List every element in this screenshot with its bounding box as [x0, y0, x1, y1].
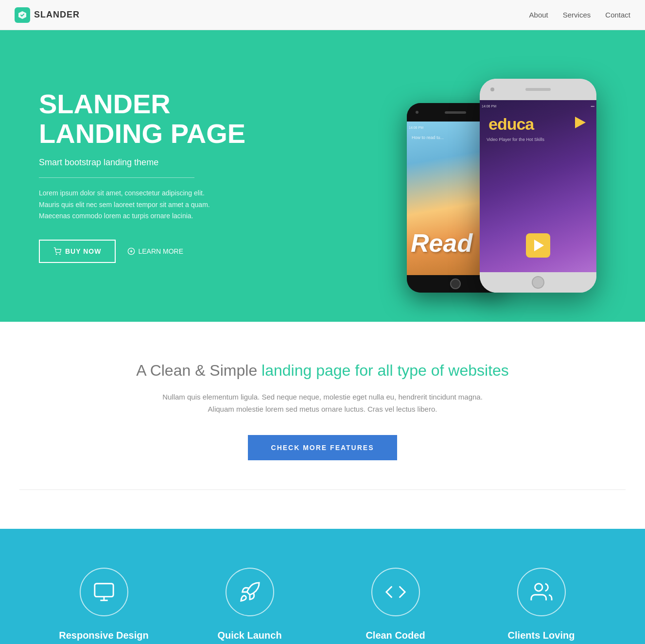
buy-now-button[interactable]: BUY NOW [39, 240, 116, 263]
feature-title-clients: Clients Loving [478, 630, 605, 641]
phone-white: 14:06 PM ▪▪▪ educa Video Player for the … [480, 79, 596, 293]
hero-phones: 14:06 PM ▪▪▪ How to read tu... Read [292, 59, 606, 293]
feature-icon-code-wrap [371, 568, 420, 616]
hero-section: SLANDER LANDING PAGE Smart bootstrap lan… [0, 30, 645, 322]
svg-point-1 [56, 254, 56, 255]
middle-body: Nullam quis elementum ligula. Sed neque … [19, 391, 626, 416]
svg-rect-6 [94, 583, 113, 596]
feature-title-code: Clean Coded [332, 630, 459, 641]
feature-clients: Clients Loving Sed dolor nisl, blandit n… [469, 568, 614, 644]
nav-about[interactable]: About [529, 11, 548, 19]
learn-more-button[interactable]: LEARN MORE [127, 247, 183, 255]
brand-name: SLANDER [34, 10, 80, 20]
middle-section: A Clean & Simple landing page for all ty… [0, 322, 645, 529]
brand-logo-icon [15, 7, 30, 23]
svg-point-9 [535, 583, 542, 591]
users-icon [530, 581, 553, 603]
hero-divider [39, 177, 194, 178]
code-icon [384, 581, 407, 603]
navbar: SLANDER About Services Contact [0, 0, 645, 30]
feature-icon-users-wrap [517, 568, 566, 616]
rocket-icon [239, 581, 261, 603]
nav-services[interactable]: Services [563, 11, 591, 19]
circle-plus-icon [127, 247, 135, 255]
monitor-icon [93, 581, 115, 603]
hero-content: SLANDER LANDING PAGE Smart bootstrap lan… [39, 89, 292, 263]
middle-title: A Clean & Simple landing page for all ty… [19, 361, 626, 381]
nav-contact[interactable]: Contact [605, 11, 630, 19]
middle-divider [19, 489, 626, 490]
brand: SLANDER [15, 7, 80, 23]
check-features-button[interactable]: CHECK MORE FEATURES [248, 435, 398, 460]
hero-body: Lorem ipsum dolor sit amet, consectetur … [39, 188, 214, 222]
nav-links: About Services Contact [529, 11, 630, 19]
features-section: Responsive Design Sed dolor nisl, blandi… [0, 529, 645, 644]
feature-icon-monitor-wrap [80, 568, 128, 616]
feature-responsive: Responsive Design Sed dolor nisl, blandi… [31, 568, 177, 644]
hero-buttons: BUY NOW LEARN MORE [39, 240, 292, 263]
hero-title: SLANDER LANDING PAGE [39, 89, 292, 149]
feature-code: Clean Coded Sed dolor nisl, blandit nec … [323, 568, 469, 644]
feature-icon-rocket-wrap [226, 568, 274, 616]
feature-title-launch: Quick Launch [187, 630, 313, 641]
cart-icon [53, 247, 61, 255]
svg-point-2 [60, 254, 60, 255]
feature-launch: Quick Launch Sed dolor nisl, blandit nec… [177, 568, 323, 644]
feature-title-responsive: Responsive Design [41, 630, 167, 641]
hero-subtitle: Smart bootstrap landing theme [39, 157, 292, 168]
